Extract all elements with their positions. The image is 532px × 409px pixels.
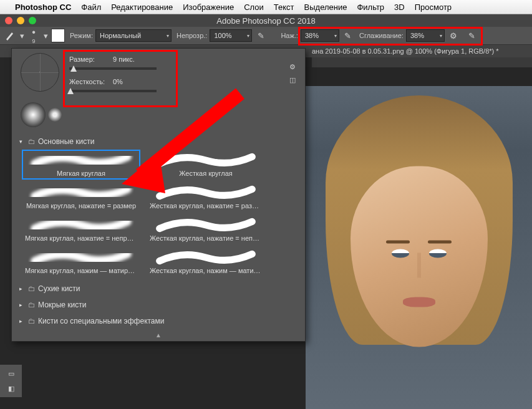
new-preset-icon[interactable]: ◫ xyxy=(289,76,296,84)
swap-colors-icon[interactable] xyxy=(51,29,65,42)
brush-preset-label: Жесткая круглая, нажатие = непро... xyxy=(150,234,262,242)
chevron-right-icon: ▸ xyxy=(19,318,26,324)
options-bar: ▾ • 9 ▾ Режим: Нормальный Непрозр.: 100%… xyxy=(0,27,532,45)
panel-resize-handle[interactable]: ▲ xyxy=(12,329,305,341)
brush-preset-label: Мягкая круглая, нажим — матирова... xyxy=(25,267,137,274)
menu-layers[interactable]: Слои xyxy=(244,2,264,12)
opacity-label: Непрозр.: xyxy=(177,32,207,39)
menu-select[interactable]: Выделение xyxy=(304,2,347,12)
pressure-label: Наж.: xyxy=(281,32,298,39)
brush-folder[interactable]: ▸🗀Сухие кисти xyxy=(12,281,305,297)
menu-file[interactable]: Файл xyxy=(81,2,101,12)
brush-folder[interactable]: ▸🗀Мокрые кисти xyxy=(12,297,305,313)
brush-stroke-preview xyxy=(153,249,259,266)
pressure-opacity-icon[interactable]: ✎ xyxy=(254,29,267,42)
canvas-area[interactable] xyxy=(306,67,532,409)
window-title: Adobe Photoshop CC 2018 xyxy=(0,16,532,26)
brush-stroke-preview xyxy=(28,249,134,266)
brush-thumb-small[interactable] xyxy=(48,108,62,122)
mode-label: Режим: xyxy=(70,32,93,39)
menu-filter[interactable]: Фильтр xyxy=(357,2,384,12)
menu-text[interactable]: Текст xyxy=(274,2,294,12)
brush-preset-item[interactable]: Мягкая круглая, нажатие = непроз... xyxy=(22,214,140,244)
gear-icon[interactable]: ⚙ xyxy=(289,63,296,71)
brush-stroke-preview xyxy=(28,185,134,201)
chevron-right-icon: ▸ xyxy=(19,302,26,308)
brush-preset-label: Мягкая круглая xyxy=(57,170,105,177)
folder-icon: 🗀 xyxy=(28,284,36,293)
brush-preview-icon[interactable]: • 9 xyxy=(27,29,40,42)
brush-preset-label: Жесткая круглая, нажим — матиро... xyxy=(150,267,262,274)
brush-stroke-preview xyxy=(28,217,134,233)
brush-preset-item[interactable]: Жесткая круглая, нажатие = непро... xyxy=(147,214,265,244)
brush-popup-panel: Размер: 9 пикс. Жесткость: 0% ⚙ ◫ ▾ 🗀 Ос… xyxy=(11,48,306,342)
folder-icon: 🗀 xyxy=(28,137,36,146)
tool-icon[interactable]: ◧ xyxy=(2,382,20,395)
brush-preset-label: Жесткая круглая, нажатие = размер xyxy=(150,202,262,209)
chevron-down-icon: ▾ xyxy=(19,138,26,145)
mac-menubar: Photoshop CC Файл Редактирование Изображ… xyxy=(0,0,532,14)
folder-icon: 🗀 xyxy=(28,317,36,325)
opacity-dropdown[interactable]: 100% xyxy=(210,29,252,42)
menu-app-name[interactable]: Photoshop CC xyxy=(15,2,71,12)
brush-thumb-large[interactable] xyxy=(21,102,46,127)
brush-preset-item[interactable]: Мягкая круглая, нажатие = размер xyxy=(22,182,140,212)
brush-stroke-preview xyxy=(153,185,259,201)
brush-preset-item[interactable]: Мягкая круглая, нажим — матирова... xyxy=(22,247,140,277)
brush-stroke-preview xyxy=(153,217,259,233)
folder-main-brushes[interactable]: ▾ 🗀 Основные кисти xyxy=(12,133,305,150)
brush-preset-item[interactable]: Мягкая круглая xyxy=(22,150,140,180)
tool-icon[interactable]: ▭ xyxy=(2,367,20,380)
chevron-right-icon: ▸ xyxy=(19,286,26,292)
chevron-down-icon[interactable]: ▾ xyxy=(42,29,49,42)
brush-preset-label: Мягкая круглая, нажатие = непроз... xyxy=(25,234,137,242)
mode-dropdown[interactable]: Нормальный xyxy=(95,29,172,42)
brush-folder[interactable]: ▸🗀Кисти со специальными эффектами xyxy=(12,313,305,329)
annotation-highlight xyxy=(298,27,483,46)
window-titlebar: Adobe Photoshop CC 2018 xyxy=(0,14,532,27)
brush-tool-icon[interactable] xyxy=(4,29,16,42)
brush-stroke-preview xyxy=(153,152,259,168)
chevron-down-icon[interactable]: ▾ xyxy=(19,29,25,42)
brush-tip-preview[interactable] xyxy=(21,53,59,92)
ruler xyxy=(312,57,532,67)
menu-image[interactable]: Изображение xyxy=(183,2,234,12)
brush-preset-item[interactable]: Жесткая круглая, нажатие = размер xyxy=(147,182,265,212)
folder-icon: 🗀 xyxy=(28,301,36,309)
menu-3d[interactable]: 3D xyxy=(394,2,405,12)
menu-edit[interactable]: Редактирование xyxy=(111,2,173,12)
image-content xyxy=(306,86,532,409)
brush-stroke-preview xyxy=(28,152,134,168)
brush-preset-label: Мягкая круглая, нажатие = размер xyxy=(26,202,136,209)
brush-preset-label: Жесткая круглая xyxy=(179,170,232,177)
toolbar-fragment: ▭ ◧ xyxy=(0,365,22,397)
brush-preset-item[interactable]: Жесткая круглая, нажим — матиро... xyxy=(147,247,265,277)
brush-preset-item[interactable]: Жесткая круглая xyxy=(147,150,265,180)
menu-view[interactable]: Просмотр xyxy=(415,2,452,12)
annotation-highlight xyxy=(63,50,178,107)
